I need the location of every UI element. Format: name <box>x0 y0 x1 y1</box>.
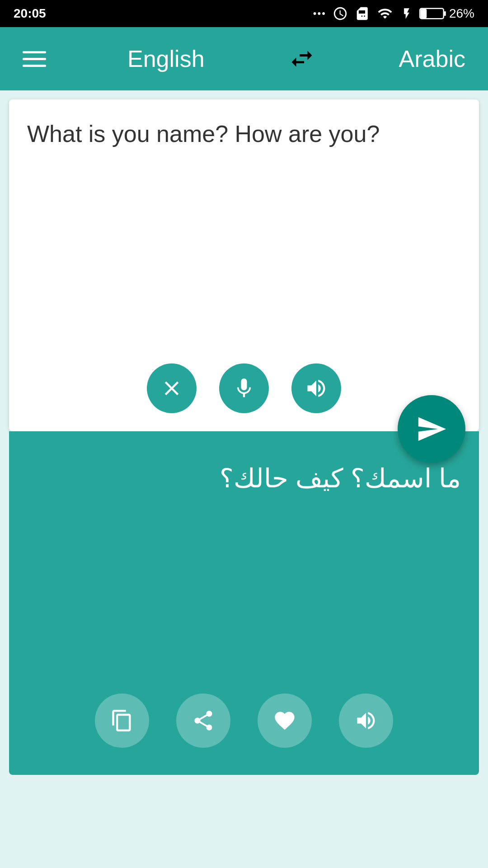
volume-up-icon <box>354 709 378 732</box>
translate-button[interactable] <box>398 395 465 463</box>
app-header: English Arabic <box>0 27 488 90</box>
share-button[interactable] <box>176 693 230 748</box>
close-icon <box>160 377 183 400</box>
mic-icon <box>232 377 256 400</box>
swap-icon <box>286 45 318 72</box>
battery-percent: 26% <box>449 6 474 21</box>
target-panel: ما اسمك؟ كيف حالك؟ <box>9 431 479 775</box>
source-language-button[interactable]: English <box>127 45 205 72</box>
status-dots: ••• <box>313 8 326 19</box>
copy-icon <box>110 709 134 732</box>
target-speak-button[interactable] <box>339 693 393 748</box>
heart-icon <box>273 709 296 732</box>
source-panel <box>9 99 479 431</box>
target-actions <box>9 693 479 748</box>
clear-button[interactable] <box>147 363 197 413</box>
sim-icon <box>354 6 370 21</box>
svg-rect-1 <box>444 11 446 16</box>
volume-icon <box>305 377 328 400</box>
source-speak-button[interactable] <box>291 363 341 413</box>
battery-icon <box>419 6 446 21</box>
status-time: 20:05 <box>14 6 46 21</box>
source-actions <box>27 354 461 418</box>
hamburger-line-2 <box>23 58 46 60</box>
share-icon <box>192 709 215 732</box>
svg-rect-2 <box>420 9 427 18</box>
signal-icon <box>376 6 394 21</box>
copy-button[interactable] <box>95 693 149 748</box>
status-bar: 20:05 ••• 26% <box>0 0 488 27</box>
favorite-button[interactable] <box>258 693 312 748</box>
alarm-icon <box>333 6 348 21</box>
status-icons: ••• 26% <box>313 6 474 21</box>
swap-languages-button[interactable] <box>286 43 318 75</box>
send-icon <box>416 413 447 445</box>
target-language-button[interactable]: Arabic <box>399 45 465 72</box>
battery-container: 26% <box>419 6 474 21</box>
microphone-button[interactable] <box>219 363 269 413</box>
source-text-input[interactable] <box>27 118 461 353</box>
menu-button[interactable] <box>23 51 46 67</box>
hamburger-line-3 <box>23 65 46 67</box>
hamburger-line-1 <box>23 51 46 53</box>
translated-text: ما اسمك؟ كيف حالك؟ <box>27 458 461 498</box>
charging-icon <box>400 6 413 21</box>
